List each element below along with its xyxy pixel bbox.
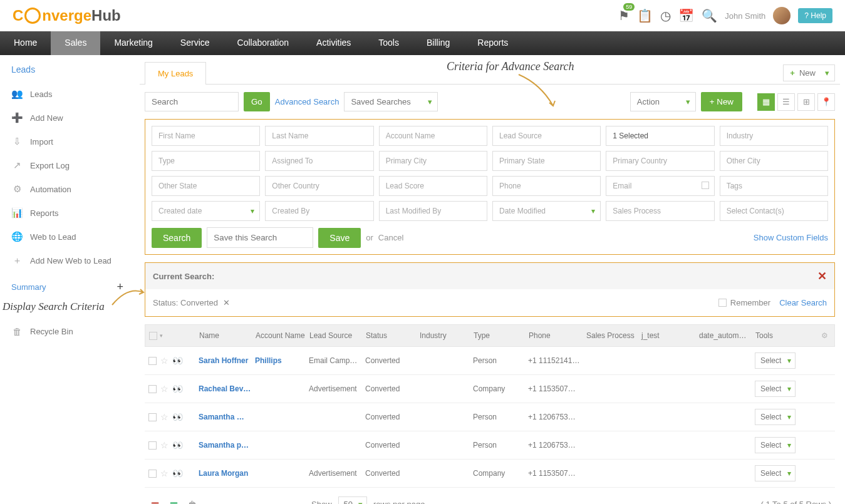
close-icon[interactable]: ✕ bbox=[817, 269, 827, 283]
filter-type[interactable]: Type bbox=[152, 151, 260, 171]
gear-icon[interactable]: ⚙ bbox=[821, 331, 828, 340]
tools-select[interactable]: Select▾ bbox=[755, 465, 796, 481]
col-phone[interactable]: Phone bbox=[529, 331, 586, 340]
filter-othercity[interactable]: Other City bbox=[720, 151, 828, 171]
lead-name-link[interactable]: Samantha p… bbox=[199, 441, 249, 450]
lead-name-link[interactable]: Samantha … bbox=[199, 413, 244, 421]
avatar[interactable] bbox=[773, 7, 791, 24]
filter-status[interactable]: 1 Selected bbox=[606, 126, 714, 146]
sidebar-title[interactable]: Leads bbox=[0, 64, 135, 82]
go-button[interactable]: Go bbox=[244, 92, 270, 111]
sidebar-item-reports[interactable]: 📊Reports bbox=[0, 201, 135, 225]
view-list-icon[interactable]: ☰ bbox=[777, 93, 795, 111]
filter-othercountry[interactable]: Other Country bbox=[265, 176, 373, 196]
filter-createddate[interactable]: Created date▾ bbox=[152, 201, 260, 221]
flag-icon[interactable]: ⚑59 bbox=[618, 8, 630, 23]
sidebar-item-recycle[interactable]: 🗑Recycle Bin bbox=[0, 320, 135, 343]
filter-primarycity[interactable]: Primary City bbox=[379, 151, 487, 171]
trash-icon[interactable]: 🗑 bbox=[186, 498, 199, 505]
filter-phone[interactable]: Phone bbox=[492, 176, 601, 196]
search-button[interactable]: Search bbox=[152, 228, 202, 248]
sidebar-item-automation[interactable]: ⚙Automation bbox=[0, 177, 135, 201]
col-jtest[interactable]: j_test bbox=[641, 331, 699, 340]
filter-lastmodifiedby[interactable]: Last Modified By bbox=[379, 201, 487, 221]
nav-collaboration[interactable]: Collaboration bbox=[224, 31, 303, 55]
user-name[interactable]: John Smith bbox=[725, 11, 765, 21]
col-industry[interactable]: Industry bbox=[420, 331, 474, 340]
filter-assignedto[interactable]: Assigned To bbox=[265, 151, 373, 171]
show-custom-fields-link[interactable]: Show Custom Fields bbox=[754, 233, 828, 242]
robot-icon[interactable]: 👀 bbox=[172, 412, 183, 422]
new-dropdown[interactable]: + New▾ bbox=[783, 64, 835, 81]
advanced-search-link[interactable]: Advanced Search bbox=[275, 97, 340, 106]
sidebar-item-addnew[interactable]: ➕Add New bbox=[0, 106, 135, 130]
tools-select[interactable]: Select▾ bbox=[755, 381, 796, 397]
clear-search-link[interactable]: Clear Search bbox=[779, 298, 827, 307]
lead-name-link[interactable]: Racheal Bev… bbox=[199, 384, 251, 393]
tools-select[interactable]: Select▾ bbox=[755, 409, 796, 425]
tools-select[interactable]: Select▾ bbox=[755, 437, 796, 453]
account-link[interactable]: Phillips bbox=[255, 356, 282, 365]
filter-primarycountry[interactable]: Primary Country bbox=[606, 151, 714, 171]
xls-icon[interactable]: ▦ bbox=[167, 498, 180, 505]
filter-primarystate[interactable]: Primary State bbox=[492, 151, 601, 171]
nav-activities[interactable]: Activities bbox=[303, 31, 365, 55]
filter-salesprocess[interactable]: Sales Process bbox=[606, 201, 714, 221]
sidebar-item-exportlog[interactable]: ↗Export Log bbox=[0, 153, 135, 177]
star-icon[interactable]: ☆ bbox=[160, 468, 168, 478]
filter-selectcontacts[interactable]: Select Contact(s) bbox=[720, 201, 828, 221]
robot-icon[interactable]: 👀 bbox=[172, 356, 183, 366]
col-type[interactable]: Type bbox=[474, 331, 529, 340]
col-dateautom[interactable]: date_autom… bbox=[699, 331, 755, 340]
view-grid-icon[interactable]: ▦ bbox=[757, 93, 775, 111]
row-checkbox[interactable] bbox=[148, 470, 157, 478]
star-icon[interactable]: ☆ bbox=[160, 412, 168, 422]
col-account[interactable]: Account Name bbox=[256, 331, 309, 340]
plus-icon[interactable]: + bbox=[117, 280, 123, 294]
filter-createdby[interactable]: Created By bbox=[265, 201, 373, 221]
star-icon[interactable]: ☆ bbox=[160, 440, 168, 450]
robot-icon[interactable]: 👀 bbox=[172, 468, 183, 478]
filter-tags[interactable]: Tags bbox=[720, 176, 828, 196]
sidebar-item-webtolead[interactable]: 🌐Web to Lead bbox=[0, 225, 135, 249]
filter-email[interactable]: Email bbox=[606, 176, 714, 196]
sidebar-summary[interactable]: Summary bbox=[11, 282, 46, 292]
save-search-input[interactable] bbox=[207, 227, 313, 248]
filter-firstname[interactable]: First Name bbox=[152, 126, 260, 146]
view-kanban-icon[interactable]: ⊞ bbox=[797, 93, 815, 111]
col-leadsource[interactable]: Lead Source bbox=[309, 331, 366, 340]
col-status[interactable]: Status bbox=[366, 331, 420, 340]
row-checkbox[interactable] bbox=[148, 441, 157, 450]
action-dropdown[interactable]: Action▾ bbox=[630, 92, 696, 111]
robot-icon[interactable]: 👀 bbox=[172, 440, 183, 450]
select-all-checkbox[interactable] bbox=[149, 332, 157, 340]
rows-per-page-dropdown[interactable]: 50▾ bbox=[338, 496, 367, 504]
remember-checkbox[interactable]: Remember bbox=[718, 298, 770, 307]
filter-industry[interactable]: Industry bbox=[720, 126, 828, 146]
tab-myleads[interactable]: My Leads bbox=[145, 62, 206, 85]
nav-home[interactable]: Home bbox=[0, 31, 51, 55]
filter-datemodified[interactable]: Date Modified▾ bbox=[492, 201, 601, 221]
remove-filter-icon[interactable]: ✕ bbox=[223, 298, 230, 307]
lead-name-link[interactable]: Laura Morgan bbox=[199, 469, 248, 478]
row-checkbox[interactable] bbox=[148, 413, 157, 421]
new-button[interactable]: + New bbox=[701, 92, 742, 111]
saved-searches-dropdown[interactable]: Saved Searches▾ bbox=[344, 92, 438, 111]
nav-sales[interactable]: Sales bbox=[51, 31, 100, 55]
calendar-icon[interactable]: 📅 bbox=[678, 8, 694, 23]
clipboard-icon[interactable]: 📋 bbox=[637, 8, 653, 23]
filter-lastname[interactable]: Last Name bbox=[265, 126, 373, 146]
tools-select[interactable]: Select▾ bbox=[755, 352, 796, 369]
filter-leadsource[interactable]: Lead Source bbox=[492, 126, 601, 146]
filter-leadscore[interactable]: Lead Score bbox=[379, 176, 487, 196]
col-name[interactable]: Name bbox=[199, 331, 256, 340]
sidebar-item-addwebtolead[interactable]: ＋Add New Web to Lead bbox=[0, 249, 135, 273]
row-checkbox[interactable] bbox=[148, 385, 157, 393]
star-icon[interactable]: ☆ bbox=[160, 384, 168, 394]
robot-icon[interactable]: 👀 bbox=[172, 384, 183, 394]
nav-billing[interactable]: Billing bbox=[413, 31, 464, 55]
search-input[interactable] bbox=[145, 92, 239, 111]
nav-service[interactable]: Service bbox=[167, 31, 224, 55]
sidebar-item-import[interactable]: ⇩Import bbox=[0, 130, 135, 153]
view-map-icon[interactable]: 📍 bbox=[817, 93, 835, 111]
